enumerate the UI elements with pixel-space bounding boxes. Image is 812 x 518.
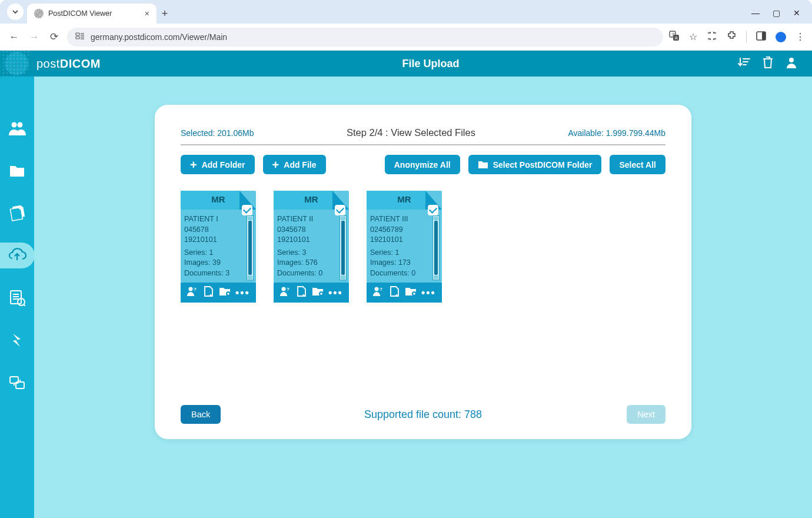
window-minimize-button[interactable]: — xyxy=(751,8,760,18)
browser-tab[interactable]: PostDICOM Viewer × xyxy=(27,4,157,24)
svg-point-13 xyxy=(12,122,17,128)
back-button[interactable]: ← xyxy=(7,31,21,43)
add-folder-button[interactable]: +Add Folder xyxy=(181,155,255,174)
user-icon[interactable] xyxy=(785,56,798,71)
add-folder-icon[interactable] xyxy=(405,287,417,298)
images-count: Images: 576 xyxy=(277,258,338,268)
select-postdicom-folder-button[interactable]: Select PostDICOM Folder xyxy=(468,155,602,174)
modality-label: MR xyxy=(181,194,256,204)
documents-count: Documents: 0 xyxy=(277,268,338,279)
tab-title: PostDICOM Viewer xyxy=(48,9,140,18)
app-header: postDICOM File Upload xyxy=(0,51,812,77)
available-size-label: Available: 1.999.799.44Mb xyxy=(568,128,665,138)
sort-icon[interactable] xyxy=(738,57,751,71)
patient-id: 02456789 xyxy=(370,225,431,235)
svg-text:?: ? xyxy=(287,287,289,292)
images-count: Images: 173 xyxy=(370,258,431,268)
tab-close-icon[interactable]: × xyxy=(145,9,149,18)
app-logo[interactable]: postDICOM xyxy=(0,51,124,77)
window-close-button[interactable]: ✕ xyxy=(793,8,800,18)
svg-point-12 xyxy=(789,58,794,62)
card-checkbox[interactable] xyxy=(428,205,438,215)
trash-icon[interactable] xyxy=(763,56,773,71)
select-folder-label: Select PostDICOM Folder xyxy=(493,160,593,170)
tab-search-button[interactable] xyxy=(7,4,24,20)
svg-text:A: A xyxy=(675,36,678,40)
patient-name: PATIENT I xyxy=(184,214,245,225)
card-footer: ? ••• xyxy=(181,283,256,303)
select-all-label: Select All xyxy=(619,160,656,170)
add-file-icon[interactable] xyxy=(203,286,214,299)
page-title: File Upload xyxy=(124,58,738,70)
svg-point-19 xyxy=(189,287,193,291)
svg-point-22 xyxy=(282,287,286,291)
upload-panel: Selected: 201.06Mb Step 2/4 : View Selec… xyxy=(155,105,691,439)
svg-rect-11 xyxy=(762,32,766,40)
svg-text:?: ? xyxy=(194,287,197,292)
add-file-button[interactable]: +Add File xyxy=(263,155,326,174)
side-panel-icon[interactable] xyxy=(756,31,766,43)
anonymize-label: Anonymize All xyxy=(394,160,451,170)
toolbar-divider xyxy=(746,31,747,43)
forward-button[interactable]: → xyxy=(27,31,41,43)
file-card[interactable]: MR PATIENT II 0345678 19210101 Series: 3… xyxy=(274,191,349,303)
card-scrollbar[interactable] xyxy=(432,215,440,280)
profile-avatar[interactable] xyxy=(776,32,786,42)
card-scrollbar[interactable] xyxy=(340,215,347,280)
browser-tab-strip: PostDICOM Viewer × + — ▢ ✕ xyxy=(0,0,812,24)
sidebar-item-sync[interactable] xyxy=(0,327,34,353)
translate-icon[interactable]: 文A xyxy=(669,31,680,44)
file-card[interactable]: MR PATIENT I 045678 19210101 Series: 1 I… xyxy=(181,191,256,303)
add-file-icon[interactable] xyxy=(296,286,307,299)
window-controls: — ▢ ✕ xyxy=(751,8,812,24)
screenshot-icon[interactable] xyxy=(707,31,717,43)
add-folder-icon[interactable] xyxy=(312,287,324,298)
url-text: germany.postdicom.com/Viewer/Main xyxy=(91,32,227,42)
site-settings-icon[interactable] xyxy=(75,32,85,42)
sidebar-item-worklist[interactable] xyxy=(0,285,34,311)
card-checkbox[interactable] xyxy=(335,205,345,215)
card-footer: ? ••• xyxy=(274,283,349,303)
modality-label: MR xyxy=(367,194,442,204)
assign-patient-icon[interactable]: ? xyxy=(187,286,198,299)
sidebar-item-documents[interactable] xyxy=(0,200,34,226)
reload-button[interactable]: ⟳ xyxy=(47,31,61,43)
sidebar-item-share[interactable] xyxy=(0,370,34,396)
file-card[interactable]: MR PATIENT III 02456789 19210101 Series:… xyxy=(367,191,442,303)
sidebar-item-upload[interactable] xyxy=(0,243,35,268)
svg-text:?: ? xyxy=(380,287,382,292)
card-checkbox[interactable] xyxy=(242,205,252,215)
bookmark-icon[interactable]: ☆ xyxy=(689,31,697,42)
next-button[interactable]: Next xyxy=(627,405,665,424)
card-info: PATIENT I 045678 19210101 Series: 1 Imag… xyxy=(184,214,245,278)
address-bar[interactable]: germany.postdicom.com/Viewer/Main xyxy=(67,28,663,47)
assign-patient-icon[interactable]: ? xyxy=(372,286,384,299)
assign-patient-icon[interactable]: ? xyxy=(279,286,291,299)
images-count: Images: 39 xyxy=(184,258,245,268)
main-canvas: Selected: 201.06Mb Step 2/4 : View Selec… xyxy=(34,77,812,518)
add-file-label: Add File xyxy=(284,160,316,170)
logo-sphere-icon xyxy=(2,51,31,77)
browser-menu-icon[interactable]: ⋮ xyxy=(796,31,805,42)
card-scrollbar[interactable] xyxy=(247,215,254,280)
sidebar-item-folders[interactable] xyxy=(0,158,34,184)
patient-id: 0345678 xyxy=(277,225,338,235)
add-folder-icon[interactable] xyxy=(219,287,231,298)
sidebar-item-patients[interactable] xyxy=(0,115,34,141)
window-maximize-button[interactable]: ▢ xyxy=(773,8,780,18)
select-all-button[interactable]: Select All xyxy=(610,155,665,174)
logo-text: postDICOM xyxy=(36,57,101,71)
patient-dob: 19210101 xyxy=(370,235,431,245)
back-button-panel[interactable]: Back xyxy=(181,405,221,424)
series-count: Series: 1 xyxy=(184,248,245,258)
extensions-icon[interactable] xyxy=(727,31,737,43)
add-folder-label: Add Folder xyxy=(202,160,245,170)
patient-id: 045678 xyxy=(184,225,245,235)
new-tab-button[interactable]: + xyxy=(157,8,173,24)
supported-count-label: Supported file count: 788 xyxy=(181,409,665,421)
selected-size-label: Selected: 201.06Mb xyxy=(181,128,254,138)
add-file-icon[interactable] xyxy=(389,286,400,299)
modality-label: MR xyxy=(274,194,349,204)
card-info: PATIENT III 02456789 19210101 Series: 1 … xyxy=(370,214,431,278)
anonymize-all-button[interactable]: Anonymize All xyxy=(385,155,460,174)
